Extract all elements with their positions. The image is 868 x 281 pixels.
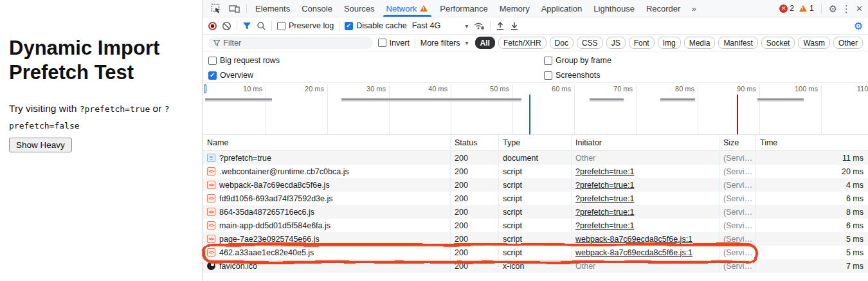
initiator-text: Other: [575, 262, 595, 271]
throttling-select[interactable]: Fast 4G▾: [412, 21, 469, 30]
screenshots-checkbox[interactable]: Screenshots: [544, 71, 600, 80]
request-row-main-app-dd5d01d5f584e6fa-js[interactable]: <>main-app-dd5d01d5f584e6fa.js200script?…: [203, 219, 868, 232]
request-type: script: [499, 205, 572, 219]
page-title: Dynamic ImportPrefetch Test: [9, 36, 159, 85]
invert-checkbox[interactable]: Invert: [378, 39, 410, 48]
filter-input-wrapper: [208, 37, 373, 49]
request-status: 200: [451, 165, 499, 178]
initiator-link[interactable]: webpack-8a7c69ecda8c5f6e.js:1: [575, 235, 692, 244]
initiator-link[interactable]: ?prefetch=true:1: [575, 221, 634, 230]
console-errors-badge[interactable]: ✕2: [779, 4, 794, 13]
import-har-icon[interactable]: [496, 21, 505, 31]
initiator-link[interactable]: ?prefetch=true:1: [575, 194, 634, 203]
chip-other[interactable]: Other: [833, 37, 863, 49]
initiator-link[interactable]: ?prefetch=true:1: [575, 208, 634, 217]
column-header-size[interactable]: Size: [719, 135, 756, 150]
chip-fetch-xhr[interactable]: Fetch/XHR: [498, 37, 547, 49]
disable-cache-checkbox[interactable]: Disable cache: [345, 21, 407, 30]
request-type: script: [499, 178, 572, 192]
request-row--prefetch-true[interactable]: ≡?prefetch=true200documentOther(Servi…11…: [203, 151, 868, 165]
show-heavy-button[interactable]: Show Heavy: [9, 138, 72, 152]
network-settings-gear-icon[interactable]: ⚙: [854, 20, 863, 32]
chip-css[interactable]: CSS: [577, 37, 603, 49]
column-header-initiator[interactable]: Initiator: [572, 135, 719, 150]
timeline-gridline: [451, 85, 451, 134]
timeline-tick-label: 50 ms: [490, 85, 509, 93]
chip-manifest[interactable]: Manifest: [718, 37, 757, 49]
network-conditions-icon[interactable]: [473, 21, 485, 30]
tab-lighthouse[interactable]: Lighthouse: [588, 0, 640, 17]
request-row-favicon-ico[interactable]: favicon.ico200x-iconOther(Servi…7 ms: [203, 259, 868, 273]
chip-font[interactable]: Font: [629, 37, 655, 49]
divider: [490, 21, 491, 31]
tab-application[interactable]: Application: [536, 0, 588, 17]
column-header-status[interactable]: Status: [451, 135, 499, 150]
divider: [246, 4, 247, 13]
big-request-rows-checkbox[interactable]: Big request rows: [208, 56, 280, 65]
timeline-gridline: [512, 85, 513, 134]
clear-network-log-icon[interactable]: [222, 21, 231, 31]
request-time: 5 ms: [756, 246, 868, 259]
timeline-activity-bar: [757, 98, 804, 102]
chip-socket[interactable]: Socket: [761, 37, 795, 49]
timeline-gridline: [636, 85, 637, 134]
chip-media[interactable]: Media: [684, 37, 716, 49]
request-size: (Servi…: [719, 192, 756, 205]
devtools-tabbar: ElementsConsoleSourcesNetworkPerformance…: [203, 0, 868, 17]
devtools-panel: ElementsConsoleSourcesNetworkPerformance…: [203, 0, 868, 281]
request-row-webpack-8a7c69ecda8c5f6e-js[interactable]: <>webpack-8a7c69ecda8c5f6e.js200script?p…: [203, 178, 868, 192]
tab-elements[interactable]: Elements: [249, 0, 296, 17]
tab-network[interactable]: Network: [381, 0, 435, 17]
console-warnings-badge[interactable]: 1: [799, 4, 814, 13]
filter-input[interactable]: [223, 39, 367, 48]
group-by-frame-checkbox[interactable]: Group by frame: [544, 56, 611, 65]
network-filter-bar: Invert More filters▾ AllFetch/XHRDocCSSJ…: [203, 35, 868, 51]
request-row--webcontainer-runtime-cb7c0bca-js[interactable]: <>.webcontainer@runtime.cb7c0bca.js200sc…: [203, 165, 868, 178]
more-tabs-button[interactable]: »: [686, 0, 701, 17]
request-size: (Servi…: [719, 232, 756, 246]
column-header-name[interactable]: Name: [203, 135, 451, 150]
device-toolbar-icon[interactable]: [225, 0, 244, 17]
request-time: 20 ms: [756, 165, 868, 178]
panel-tabs: ElementsConsoleSourcesNetworkPerformance…: [249, 0, 686, 17]
inspect-element-icon[interactable]: [207, 0, 225, 17]
timeline-activity-bar: [341, 98, 521, 102]
tab-recorder[interactable]: Recorder: [640, 0, 686, 17]
filter-toggle-icon[interactable]: [242, 22, 251, 30]
search-icon[interactable]: [257, 21, 266, 31]
chip-doc[interactable]: Doc: [550, 37, 574, 49]
overview-checkbox[interactable]: Overview: [208, 71, 253, 80]
column-header-type[interactable]: Type: [499, 135, 572, 150]
divider: [415, 38, 415, 48]
close-devtools-icon[interactable]: ✕: [856, 5, 863, 13]
kebab-menu-icon[interactable]: ⋮: [842, 4, 851, 14]
overview-left-grip[interactable]: [204, 84, 206, 93]
request-row-fd9d1056-693ad74f37592d3e-js[interactable]: <>fd9d1056-693ad74f37592d3e.js200script?…: [203, 192, 868, 205]
initiator-link[interactable]: ?prefetch=true:1: [575, 167, 634, 176]
chip-all[interactable]: All: [475, 37, 495, 49]
tab-console[interactable]: Console: [296, 0, 338, 17]
request-row-page-7ae23e0925745e66-js[interactable]: <>page-7ae23e0925745e66.js200scriptwebpa…: [203, 232, 868, 246]
record-network-log-button[interactable]: [208, 22, 217, 30]
more-filters-dropdown[interactable]: More filters▾: [420, 39, 469, 48]
initiator-link[interactable]: webpack-8a7c69ecda8c5f6e.js:1: [575, 248, 692, 257]
request-name: fd9d1056-693ad74f37592d3e.js: [219, 194, 333, 203]
tab-memory[interactable]: Memory: [494, 0, 536, 17]
column-header-time[interactable]: Time: [756, 135, 868, 150]
request-type: x-icon: [499, 259, 572, 273]
chip-wasm[interactable]: Wasm: [798, 37, 830, 49]
settings-gear-icon[interactable]: ⚙: [829, 4, 837, 14]
initiator-link[interactable]: ?prefetch=true:1: [575, 181, 634, 190]
chip-js[interactable]: JS: [606, 37, 626, 49]
request-row-462-a33aae1ec82e40e5-js[interactable]: <>462.a33aae1ec82e40e5.js200scriptwebpac…: [203, 246, 868, 259]
timeline-gridline: [327, 85, 328, 134]
network-overview-timeline[interactable]: 10 ms20 ms30 ms40 ms50 ms60 ms70 ms80 ms…: [203, 83, 868, 135]
chip-img[interactable]: Img: [658, 37, 681, 49]
export-har-icon[interactable]: [510, 21, 519, 31]
request-row-864-35da487265716ec6-js[interactable]: <>864-35da487265716ec6.js200script?prefe…: [203, 205, 868, 219]
favicon-type-icon: [207, 262, 215, 270]
tab-performance[interactable]: Performance: [434, 0, 493, 17]
preserve-log-checkbox[interactable]: Preserve log: [277, 21, 334, 30]
tab-sources[interactable]: Sources: [338, 0, 381, 17]
timeline-tick-label: 100 ms: [795, 85, 818, 93]
